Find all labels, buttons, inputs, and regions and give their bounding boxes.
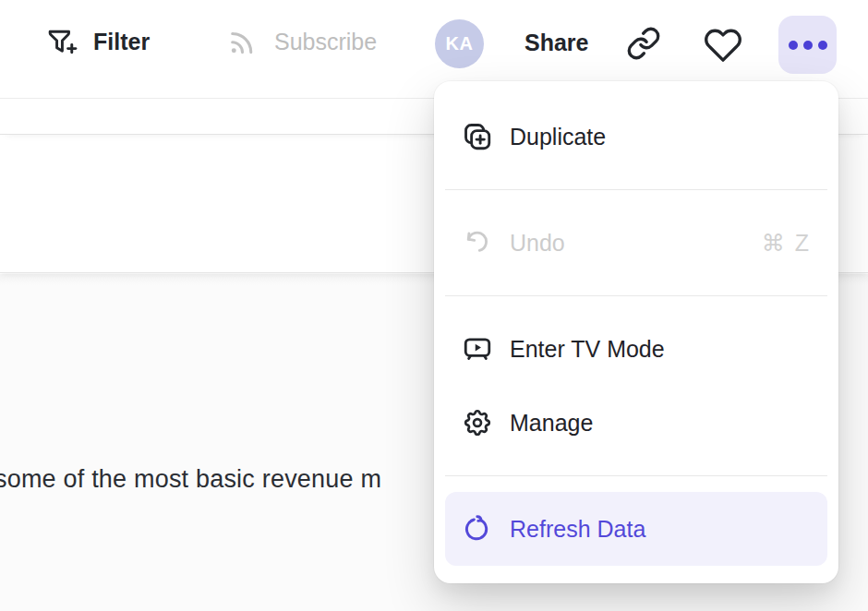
subscribe-button[interactable]: Subscribe bbox=[225, 25, 377, 59]
undo-icon bbox=[462, 227, 493, 258]
copy-link-button[interactable] bbox=[626, 26, 661, 65]
filter-label: Filter bbox=[93, 29, 150, 55]
rss-icon bbox=[225, 25, 259, 59]
menu-item-undo[interactable]: Undo ⌘ Z bbox=[434, 206, 838, 280]
menu-item-enter-tv-mode[interactable]: Enter TV Mode bbox=[434, 312, 838, 386]
menu-divider bbox=[445, 295, 827, 296]
gear-icon bbox=[462, 407, 493, 438]
menu-item-refresh-data[interactable]: Refresh Data bbox=[445, 492, 827, 566]
filter-plus-icon bbox=[44, 25, 78, 59]
filter-button[interactable]: Filter bbox=[44, 25, 150, 59]
ellipsis-icon bbox=[789, 41, 827, 50]
menu-item-label: Enter TV Mode bbox=[510, 336, 665, 363]
refresh-icon bbox=[462, 513, 493, 545]
subscribe-label: Subscribe bbox=[274, 29, 377, 55]
link-icon bbox=[626, 48, 661, 64]
menu-item-label: Duplicate bbox=[510, 124, 606, 150]
menu-item-shortcut: ⌘ Z bbox=[762, 230, 811, 257]
share-button[interactable]: Share bbox=[524, 30, 588, 56]
menu-item-duplicate[interactable]: Duplicate bbox=[434, 100, 838, 174]
menu-item-label: Manage bbox=[510, 410, 593, 437]
share-label: Share bbox=[524, 30, 588, 56]
menu-item-label: Undo bbox=[510, 230, 565, 257]
dropdown-menu: Duplicate Undo ⌘ Z Enter TV M bbox=[434, 81, 838, 583]
screen: some of the most basic revenue m Filter … bbox=[0, 0, 868, 611]
menu-divider bbox=[445, 189, 827, 190]
background-partial-text: some of the most basic revenue m bbox=[0, 465, 381, 494]
tv-icon bbox=[462, 333, 493, 365]
avatar-initials: KA bbox=[446, 33, 474, 54]
menu-divider bbox=[445, 475, 827, 476]
more-options-button[interactable] bbox=[778, 16, 837, 74]
heart-icon bbox=[704, 52, 742, 67]
favorite-button[interactable] bbox=[704, 26, 742, 68]
duplicate-icon bbox=[462, 121, 493, 152]
menu-item-manage[interactable]: Manage bbox=[434, 386, 838, 460]
menu-item-label: Refresh Data bbox=[510, 516, 645, 543]
avatar[interactable]: KA bbox=[435, 19, 484, 68]
